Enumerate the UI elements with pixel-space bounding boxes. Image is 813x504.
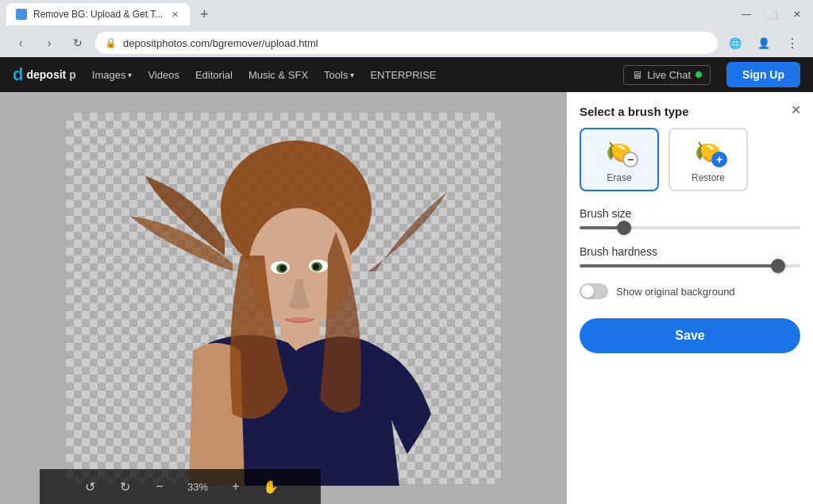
brush-types-row: 🍋 − Erase 🍋 + Restore: [580, 128, 800, 191]
live-chat-label: Live Chat: [647, 69, 691, 81]
undo-button[interactable]: ↺: [79, 475, 101, 498]
nav-enterprise[interactable]: ENTERPRISE: [370, 69, 436, 81]
browser-addressbar: ‹ › ↻ 🔒 depositphotos.com/bgremover/uplo…: [0, 29, 813, 57]
minimize-button[interactable]: —: [737, 5, 756, 24]
nav-images[interactable]: Images ▾: [92, 69, 133, 81]
canvas-bottom-bar: ↺ ↻ − 33% + ✋: [40, 469, 321, 504]
site-nav: d depositp Images ▾ Videos Editorial Mus…: [0, 57, 813, 92]
erase-overlay-icon: −: [622, 152, 638, 167]
brush-size-thumb[interactable]: [617, 221, 631, 235]
close-button[interactable]: ✕: [788, 5, 807, 24]
tab-close-icon[interactable]: ✕: [169, 9, 180, 20]
brush-type-section: Select a brush type 🍋 − Erase 🍋 +: [580, 105, 800, 191]
more-menu-button[interactable]: ⋮: [781, 32, 803, 54]
brush-type-title: Select a brush type: [580, 105, 800, 118]
new-tab-button[interactable]: +: [193, 3, 215, 25]
tab-title: Remove BG: Upload & Get T...: [33, 9, 163, 20]
restore-brush-icon-container: 🍋 +: [688, 136, 729, 169]
browser-title-bar: Remove BG: Upload & Get T... ✕ + — ⬜ ✕: [0, 0, 813, 29]
brush-size-section: Brush size: [580, 207, 800, 229]
show-original-toggle[interactable]: [580, 283, 608, 299]
translate-icon[interactable]: 🌐: [724, 32, 746, 54]
erase-label: Erase: [607, 172, 631, 183]
brush-size-label: Brush size: [580, 207, 800, 220]
browser-tab[interactable]: Remove BG: Upload & Get T... ✕: [6, 3, 190, 25]
panel-close-button[interactable]: ✕: [788, 102, 803, 117]
cursor-tool-button[interactable]: ✋: [260, 475, 282, 498]
nav-editorial[interactable]: Editorial: [195, 69, 233, 81]
address-bar[interactable]: 🔒 depositphotos.com/bgremover/upload.htm…: [95, 32, 718, 54]
back-button[interactable]: ‹: [10, 32, 32, 54]
live-chat-button[interactable]: 🖥 Live Chat: [623, 65, 711, 85]
svg-point-5: [279, 265, 286, 271]
tab-favicon: [16, 9, 27, 20]
svg-point-8: [313, 264, 319, 270]
save-button[interactable]: Save: [580, 318, 800, 353]
canvas-area: ↺ ↻ − 33% + ✋: [0, 92, 567, 504]
brush-hardness-section: Brush hardness: [580, 245, 800, 267]
brush-hardness-thumb[interactable]: [771, 259, 785, 273]
nav-tools[interactable]: Tools ▾: [324, 69, 354, 81]
canvas-image: [66, 113, 503, 486]
toggle-knob: [581, 285, 594, 298]
toggle-label: Show original background: [616, 286, 735, 298]
forward-button[interactable]: ›: [38, 32, 60, 54]
window-controls: — ⬜ ✕: [737, 5, 807, 24]
erase-brush-card[interactable]: 🍋 − Erase: [580, 128, 659, 191]
nav-videos[interactable]: Videos: [148, 69, 179, 81]
canvas-wrapper: [65, 112, 502, 485]
zoom-in-button[interactable]: +: [225, 475, 247, 498]
nav-music[interactable]: Music & SFX: [249, 69, 308, 81]
profile-icon[interactable]: 👤: [753, 32, 775, 54]
toggle-row: Show original background: [580, 283, 800, 299]
restore-label: Restore: [692, 172, 725, 183]
reload-button[interactable]: ↻: [67, 32, 89, 54]
brush-hardness-track[interactable]: [580, 264, 800, 267]
brush-size-track[interactable]: [580, 226, 800, 229]
restore-brush-card[interactable]: 🍋 + Restore: [669, 128, 748, 191]
zoom-level-display: 33%: [183, 481, 212, 493]
live-chat-dot: [695, 71, 702, 78]
brush-hardness-label: Brush hardness: [580, 245, 800, 258]
erase-brush-icon-container: 🍋 −: [599, 136, 640, 169]
live-chat-icon: 🖥: [632, 69, 642, 81]
signup-button[interactable]: Sign Up: [726, 62, 800, 87]
right-panel: ✕ Select a brush type 🍋 − Erase 🍋 +: [567, 92, 813, 504]
restore-overlay-icon: +: [711, 152, 727, 167]
redo-button[interactable]: ↻: [114, 475, 136, 498]
brush-hardness-fill: [580, 264, 778, 267]
maximize-button[interactable]: ⬜: [762, 5, 781, 24]
url-text: depositphotos.com/bgremover/upload.html: [123, 37, 318, 49]
site-body: ↺ ↻ − 33% + ✋ ✕ Select a brush type 🍋 − …: [0, 92, 813, 504]
site-logo[interactable]: d depositp: [13, 64, 76, 85]
zoom-out-button[interactable]: −: [148, 475, 171, 498]
lock-icon: 🔒: [105, 37, 117, 48]
